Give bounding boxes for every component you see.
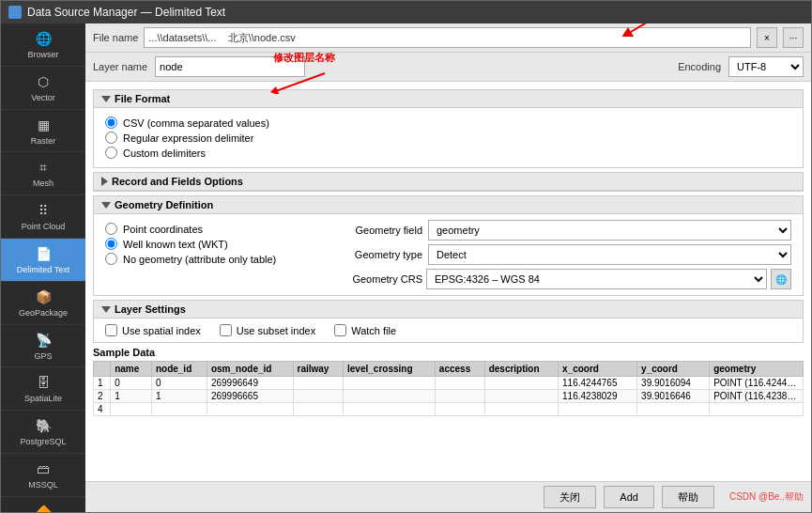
sidebar-label-spatialite: SpatiaLite [24,394,62,404]
raster-icon: ▦ [34,116,53,134]
layer-name-label: Layer name [93,61,147,72]
regex-label: Regular expression delimiter [123,132,253,144]
watch-file-check[interactable] [334,324,346,336]
regex-radio-row: Regular expression delimiter [105,132,791,144]
cell-row-num: 2 [94,390,111,403]
spatial-index-check[interactable] [105,324,117,336]
encoding-label: Encoding [678,61,721,72]
clear-file-btn[interactable]: × [757,27,777,48]
delimited-text-icon: 📄 [34,244,53,263]
encoding-select[interactable]: UTF-8 GBK Latin-1 [728,56,804,77]
col-access: access [435,362,484,377]
layer-settings-row: Use spatial index Use subset index Watch… [105,324,791,336]
sidebar-item-mesh[interactable]: ⌗Mesh [1,152,85,195]
record-fields-toggle-icon [101,177,108,186]
col-name: name [111,362,152,377]
file-format-content: CSV (comma separated values) Regular exp… [94,108,803,167]
sidebar-item-point-cloud[interactable]: ⠿Point Cloud [1,195,85,239]
csdn-note: CSDN @Be..帮助 [729,490,804,504]
vector-icon: ⬡ [34,72,53,91]
point-coord-label: Point coordinates [123,224,203,235]
wkt-row: Well known text (WKT) [105,238,312,250]
help-button[interactable]: 帮助 [662,486,714,508]
cell-name [111,403,152,416]
custom-radio-row: Custom delimiters [105,147,791,159]
spatialite-icon: 🗄 [34,373,53,392]
sidebar-item-postgresql[interactable]: 🐘PostgreSQL [1,411,85,454]
geometry-header[interactable]: Geometry Definition [94,196,803,214]
sidebar-item-geopackage[interactable]: 📦GeoPackage [1,282,85,325]
cell-node-id [151,403,207,416]
mesh-icon: ⌗ [34,158,53,177]
cell-geometry: POINT (116.4244765 3 [710,377,804,390]
geometry-type-select[interactable]: Detect [428,244,791,265]
postgresql-icon: 🐘 [34,416,53,435]
table-row: 1 0 0 269996649 116.4244765 39.9016094 P… [94,377,804,390]
col-geometry: geometry [710,362,804,377]
geometry-field-label: Geometry field [319,225,422,236]
sample-table: name node_id osm_node_id railway level_c… [93,361,804,416]
cell-y-coord: 39.9016646 [637,390,710,403]
layer-settings-header[interactable]: Layer Settings [94,301,803,319]
cell-geometry [710,403,804,416]
add-button[interactable]: Add [604,486,654,508]
regex-radio[interactable] [105,132,117,144]
cell-description [484,403,558,416]
geometry-field-row: Geometry field geometry [319,220,791,241]
cell-railway [293,377,344,390]
watch-file-row: Watch file [334,324,396,336]
col-description: description [484,362,558,377]
sidebar-label-postgresql: PostgreSQL [20,437,66,447]
title-text: Data Source Manager — Delimited Text [27,6,225,19]
cell-geometry: POINT (116.4238029 3 [710,390,804,403]
gps-icon: 📡 [34,331,53,350]
close-button[interactable]: 关闭 [544,486,596,508]
sidebar-label-delimited-text: Delimited Text [17,265,69,275]
app-icon [8,6,22,19]
cell-osm-node-id: 269996665 [207,390,293,403]
subset-index-check[interactable] [220,324,232,336]
geometry-content: Point coordinates Well known text (WKT) … [94,214,803,295]
sample-table-head: name node_id osm_node_id railway level_c… [94,362,804,377]
cell-row-num: 1 [94,377,111,390]
geometry-crs-label: Geometry CRS [319,273,422,285]
point-coord-radio[interactable] [105,223,117,235]
cell-level-crossing [344,377,436,390]
file-name-input[interactable] [144,27,751,48]
sidebar-item-spatialite[interactable]: 🗄SpatiaLite [1,367,85,411]
layer-settings-toggle-icon [101,306,111,313]
csv-radio[interactable] [105,117,117,129]
cell-name: 0 [111,377,152,390]
title-bar: Data Source Manager — Delimited Text [1,1,811,23]
sidebar-item-vector[interactable]: ⬡Vector [1,67,85,110]
cell-osm-node-id [207,403,293,416]
content-area: File name × ··· 选择csv文件 Layer name [85,23,811,512]
layer-name-input[interactable] [155,56,305,77]
sidebar-item-mssql[interactable]: 🗃MSSQL [1,454,85,497]
sidebar-item-browser[interactable]: 🌐Browser [1,23,85,67]
sidebar-item-gps[interactable]: 📡GPS [1,325,85,368]
geometry-crs-select[interactable]: EPSG:4326 – WGS 84 [426,269,767,289]
file-format-section: File Format CSV (comma separated values)… [93,89,804,168]
file-format-header[interactable]: File Format [94,90,803,108]
main-layout: 🌐Browser⬡Vector▦Raster⌗Mesh⠿Point Cloud📄… [1,23,811,512]
custom-radio[interactable] [105,147,117,159]
menu-file-btn[interactable]: ··· [783,27,804,48]
sidebar-item-raster[interactable]: ▦Raster [1,110,85,153]
bottom-bar: 关闭 Add 帮助 CSDN @Be..帮助 [85,481,811,512]
geometry-crs-btn[interactable]: 🌐 [771,269,791,289]
wkt-label: Well known text (WKT) [123,239,228,250]
sidebar-item-oracle[interactable]: 🔶Oracle [1,497,85,512]
geometry-type-row: Geometry type Detect [319,244,791,265]
col-node-id: node_id [151,362,207,377]
oracle-icon: 🔶 [34,503,53,512]
cell-row-num: 4 [94,403,111,416]
wkt-radio[interactable] [105,238,117,250]
sidebar-label-browser: Browser [27,50,58,60]
cell-level-crossing [344,390,436,403]
geometry-field-select[interactable]: geometry [428,220,791,241]
col-osm-node-id: osm_node_id [207,362,293,377]
no-geom-radio[interactable] [105,253,117,265]
record-fields-header[interactable]: Record and Fields Options [94,173,803,191]
sidebar-item-delimited-text[interactable]: 📄Delimited Text [1,239,85,282]
